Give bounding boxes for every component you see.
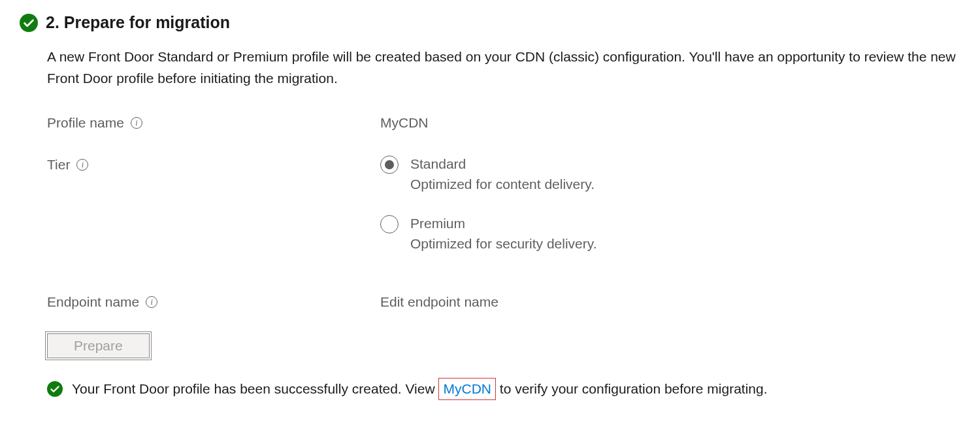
- info-icon[interactable]: i: [146, 296, 157, 308]
- status-prefix: Your Front Door profile has been success…: [72, 381, 438, 396]
- info-icon[interactable]: i: [131, 117, 142, 129]
- status-message: Your Front Door profile has been success…: [47, 378, 967, 400]
- tier-option-sub: Optimized for content delivery.: [410, 173, 595, 195]
- tier-option-label: Standard: [410, 154, 595, 173]
- svg-point-0: [20, 14, 38, 32]
- info-icon[interactable]: i: [76, 159, 88, 171]
- tier-option-sub: Optimized for security delivery.: [410, 233, 597, 255]
- svg-point-1: [47, 381, 63, 397]
- tier-option-premium[interactable]: Premium Optimized for security delivery.: [380, 214, 597, 255]
- tier-option-text: Standard Optimized for content delivery.: [410, 154, 595, 195]
- tier-option-text: Premium Optimized for security delivery.: [410, 214, 597, 255]
- tier-radio-group: Standard Optimized for content delivery.…: [380, 154, 597, 255]
- status-link-highlight: MyCDN: [438, 378, 496, 400]
- section-description: A new Front Door Standard or Premium pro…: [47, 46, 962, 89]
- section-header: 2. Prepare for migration: [20, 13, 967, 32]
- profile-link[interactable]: MyCDN: [443, 381, 491, 396]
- radio-icon: [380, 156, 399, 174]
- tier-option-standard[interactable]: Standard Optimized for content delivery.: [380, 154, 597, 195]
- profile-name-row: Profile name i MyCDN: [47, 115, 967, 131]
- tier-label: Tier i: [47, 154, 380, 173]
- endpoint-name-row: Endpoint name i Edit endpoint name: [47, 294, 967, 310]
- profile-name-label-text: Profile name: [47, 115, 124, 131]
- endpoint-name-label-text: Endpoint name: [47, 294, 139, 310]
- status-text: Your Front Door profile has been success…: [72, 378, 768, 400]
- profile-name-value: MyCDN: [380, 115, 429, 131]
- prepare-button[interactable]: Prepare: [47, 333, 150, 358]
- tier-label-text: Tier: [47, 157, 70, 173]
- tier-option-label: Premium: [410, 214, 597, 233]
- radio-icon: [380, 215, 399, 233]
- section-title: 2. Prepare for migration: [46, 13, 230, 32]
- endpoint-name-label: Endpoint name i: [47, 294, 380, 310]
- check-circle-icon: [47, 381, 63, 397]
- check-circle-icon: [20, 14, 38, 32]
- endpoint-name-value: Edit endpoint name: [380, 294, 498, 310]
- profile-name-label: Profile name i: [47, 115, 380, 131]
- status-suffix: to verify your configuration before migr…: [496, 381, 768, 396]
- tier-row: Tier i Standard Optimized for content de…: [47, 154, 967, 255]
